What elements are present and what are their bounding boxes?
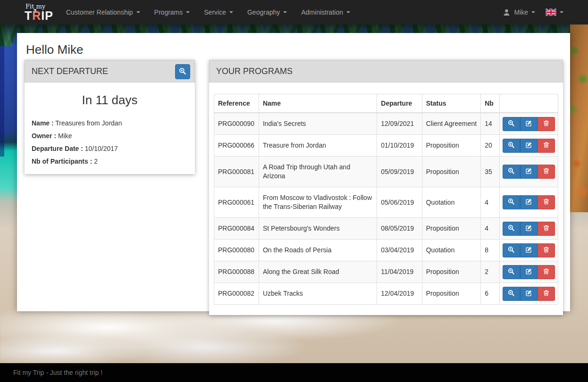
zoom-in-icon xyxy=(179,67,186,76)
cell-reference: PRG000061 xyxy=(214,187,259,218)
table-row: PRG000088 Along the Great Silk Road 11/0… xyxy=(214,261,558,283)
table-row: PRG000066 Treasure from Jordan 01/10/201… xyxy=(214,135,558,157)
nav-menu-item-label: Administration xyxy=(301,8,343,16)
detail-field-value: Mike xyxy=(58,132,72,140)
edit-icon xyxy=(525,167,532,176)
trash-icon xyxy=(543,246,550,255)
edit-button[interactable] xyxy=(520,139,538,153)
view-button[interactable] xyxy=(503,222,520,236)
cell-departure: 01/10/2019 xyxy=(377,135,422,157)
nav-menu-item-label: Customer Relationship xyxy=(66,8,133,16)
nav-menu-item[interactable]: Administration xyxy=(294,0,357,25)
delete-button[interactable] xyxy=(538,243,555,257)
cell-departure: 12/04/2019 xyxy=(377,283,422,305)
column-header-reference: Reference xyxy=(214,94,259,113)
nav-menu-item[interactable]: Customer Relationship xyxy=(59,0,147,25)
cell-reference: PRG000066 xyxy=(214,135,259,157)
delete-button[interactable] xyxy=(538,222,555,236)
zoom-in-icon xyxy=(508,246,515,255)
language-menu[interactable] xyxy=(546,8,563,16)
brand-logo[interactable]: Fit my TR✈IP xyxy=(25,3,53,22)
delete-button[interactable] xyxy=(538,265,555,279)
table-row: PRG000090 India's Secrets 12/09/2021 Cli… xyxy=(214,113,558,135)
view-button[interactable] xyxy=(503,195,520,209)
nav-menu-item[interactable]: Geography xyxy=(240,0,294,25)
cell-departure: 12/09/2021 xyxy=(377,113,422,135)
cell-reference: PRG000081 xyxy=(214,157,259,187)
cell-actions xyxy=(500,157,558,187)
table-row: PRG000061 From Moscow to Vladivostok : F… xyxy=(214,187,558,218)
cell-name: Uzbek Tracks xyxy=(259,283,377,305)
chevron-down-icon xyxy=(136,11,140,13)
edit-button[interactable] xyxy=(520,117,538,131)
cell-name: Along the Great Silk Road xyxy=(259,261,377,283)
delete-button[interactable] xyxy=(538,287,555,301)
edit-icon xyxy=(525,268,532,276)
chevron-down-icon xyxy=(531,11,535,13)
edit-button[interactable] xyxy=(520,165,538,179)
header-row: Reference Name Departure Status Nb xyxy=(214,94,558,113)
cell-actions xyxy=(500,283,558,305)
view-button[interactable] xyxy=(503,117,520,131)
nav-menu-item[interactable]: Programs xyxy=(147,0,197,25)
column-header-nb: Nb xyxy=(481,94,500,113)
view-button[interactable] xyxy=(503,243,520,257)
chevron-down-icon xyxy=(560,11,563,13)
delete-button[interactable] xyxy=(538,139,555,153)
zoom-in-icon xyxy=(508,198,515,207)
edit-button[interactable] xyxy=(520,243,538,257)
view-button[interactable] xyxy=(503,287,520,301)
edit-icon xyxy=(525,224,532,233)
cell-name: On the Roads of Persia xyxy=(259,240,377,261)
trash-icon xyxy=(543,167,550,176)
next-departure-search-button[interactable] xyxy=(175,64,190,79)
main-content-card: Hello Mike NEXT DEPARTURE xyxy=(17,33,570,311)
cell-nb: 35 xyxy=(481,157,500,187)
cell-actions xyxy=(500,218,558,240)
row-action-group xyxy=(503,287,555,301)
detail-field: Name : Treasures from Jordan xyxy=(32,119,188,127)
detail-field-value: 2 xyxy=(94,158,98,165)
programs-panel: YOUR PROGRAMS Reference Name Departure S… xyxy=(209,60,563,315)
navbar-right: Mike xyxy=(503,8,563,17)
programs-body: Reference Name Departure Status Nb PRG00… xyxy=(209,83,563,315)
next-departure-title: NEXT DEPARTURE xyxy=(32,66,108,76)
view-button[interactable] xyxy=(503,139,520,153)
programs-header: YOUR PROGRAMS xyxy=(209,60,563,83)
nav-menu-item-label: Service xyxy=(204,8,226,16)
trash-icon xyxy=(543,198,550,207)
detail-field: Owner : Mike xyxy=(32,132,188,140)
brand-logo-trip: TR✈IP xyxy=(25,10,53,22)
column-header-name: Name xyxy=(259,94,377,113)
app-window: Fit my TR✈IP Customer Relationship Progr… xyxy=(0,0,588,382)
nav-menu-item-label: Programs xyxy=(154,8,183,16)
cell-nb: 2 xyxy=(481,261,500,283)
column-header-departure: Departure xyxy=(377,94,422,113)
delete-button[interactable] xyxy=(538,117,555,131)
trash-icon xyxy=(543,224,550,233)
next-departure-panel: NEXT DEPARTURE In 11 days Name : xyxy=(25,60,195,174)
page-title: Hello Mike xyxy=(26,42,83,57)
cell-nb: 4 xyxy=(481,187,500,218)
row-action-group xyxy=(503,243,555,257)
view-button[interactable] xyxy=(503,265,520,279)
cell-actions xyxy=(500,240,558,261)
user-menu[interactable]: Mike xyxy=(503,8,535,17)
view-button[interactable] xyxy=(503,165,520,179)
chevron-down-icon xyxy=(229,11,233,13)
next-departure-body: In 11 days Name : Treasures from Jordan … xyxy=(25,83,195,174)
detail-field: Departure Date : 10/10/2017 xyxy=(32,145,188,152)
delete-button[interactable] xyxy=(538,165,555,179)
edit-button[interactable] xyxy=(520,222,538,236)
delete-button[interactable] xyxy=(538,195,555,209)
edit-button[interactable] xyxy=(520,287,538,301)
palm-trunk-decoration xyxy=(570,25,588,212)
cell-reference: PRG000090 xyxy=(214,113,259,135)
table-row: PRG000084 St Petersbourg's Wonders 08/05… xyxy=(214,218,558,240)
edit-button[interactable] xyxy=(520,265,538,279)
cell-status: Proposition xyxy=(422,157,481,187)
edit-button[interactable] xyxy=(520,195,538,209)
nav-menu-item[interactable]: Service xyxy=(197,0,240,25)
zoom-in-icon xyxy=(508,167,515,176)
cell-status: Proposition xyxy=(422,283,481,305)
